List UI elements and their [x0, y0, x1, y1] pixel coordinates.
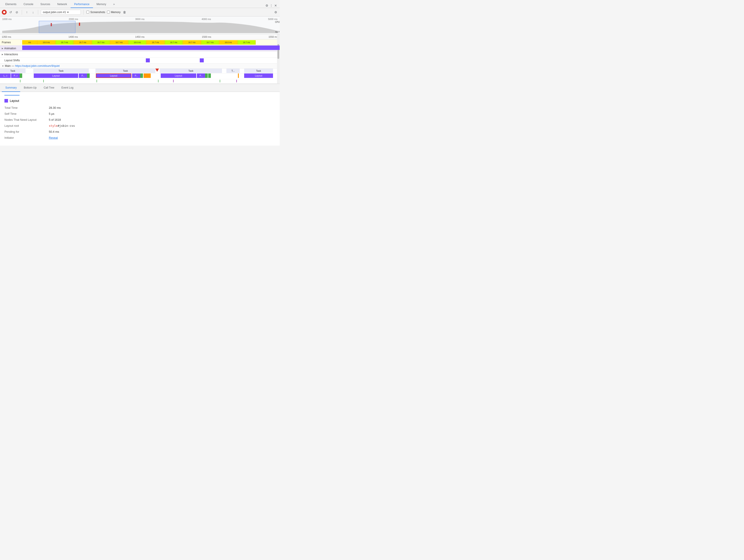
- reload-icon[interactable]: ↺: [8, 10, 13, 14]
- interactions-label[interactable]: Interactions: [0, 53, 22, 56]
- nodes-label: Nodes That Need Layout: [4, 118, 49, 121]
- time-ruler-marks: 1350 ms 1400 ms 1450 ms 1500 ms 1550 ms: [2, 36, 278, 38]
- pending-label: Pending for: [4, 130, 49, 134]
- layout-shifts-row: Layout Shifts: [0, 58, 280, 64]
- tab-summary[interactable]: Summary: [2, 84, 20, 92]
- frame-8[interactable]: 16.7 ms: [165, 40, 183, 45]
- time-label-4000: 4000 ms: [201, 18, 211, 21]
- time-label-5000: 5000 ms: [268, 18, 277, 21]
- layout-root-value: style#jsbin-css: [49, 124, 75, 127]
- layout-shift-2[interactable]: [200, 59, 204, 62]
- task-bar-5[interactable]: T...: [226, 69, 240, 73]
- upload-icon[interactable]: ↑: [25, 10, 29, 14]
- main-expand-icon[interactable]: ▼: [2, 65, 4, 67]
- subtask-p2[interactable]: P...: [132, 73, 141, 78]
- tab-more[interactable]: »: [110, 1, 118, 8]
- task-bar-3[interactable]: Task: [96, 69, 155, 73]
- tab-network[interactable]: Network: [54, 1, 71, 8]
- task-bar-4[interactable]: Task: [160, 69, 222, 73]
- layout-shift-1[interactable]: [146, 59, 150, 62]
- tab-console[interactable]: Console: [20, 1, 37, 8]
- frames-row: Frames ms 16.6 ms 16.7 ms 16.7 ms 16.7 m…: [0, 39, 280, 45]
- subtask-g4[interactable]: [205, 73, 208, 78]
- tab-sources[interactable]: Sources: [37, 1, 54, 8]
- frame-2[interactable]: 16.7 ms: [55, 40, 74, 45]
- detail-time-1450: 1450 ms: [135, 36, 145, 38]
- detail-time-1500: 1500 ms: [202, 36, 211, 38]
- summary-pending: Pending for 50.4 ms: [4, 130, 275, 134]
- initiator-reveal-link[interactable]: Reveal: [49, 136, 58, 139]
- record-icon: [3, 11, 5, 13]
- frame-6[interactable]: 16.6 ms: [128, 40, 147, 45]
- main-thread-header: ▼ Main — https://output.jsbin.com/elisum…: [0, 64, 280, 69]
- task-row-1: Task Task Task Task T... Task: [0, 69, 280, 73]
- layout-shifts-content: [22, 58, 280, 63]
- frame-7[interactable]: 16.7 ms: [147, 40, 165, 45]
- task-bar-6[interactable]: Task: [244, 69, 273, 73]
- clear-icon[interactable]: ⊘: [15, 10, 19, 14]
- nodes-value: 5 of 1618: [49, 118, 61, 121]
- screenshots-checkbox[interactable]: [86, 11, 89, 13]
- subtask-pt[interactable]: P...t: [11, 73, 20, 78]
- net-label: NET: [275, 31, 280, 33]
- tick-3: [97, 80, 97, 82]
- summary-panel: Layout Total Time 28.30 ms Self Time 5 μ…: [0, 92, 280, 146]
- subtask-p3[interactable]: P...: [197, 73, 205, 78]
- subtask-layout-selected[interactable]: Layout: [96, 73, 132, 78]
- memory-checkbox-label[interactable]: Memory: [107, 11, 120, 14]
- tick-2: [43, 80, 44, 82]
- tab-performance[interactable]: Performance: [71, 1, 93, 8]
- url-selector[interactable]: output.jsbin.com #1 ▾: [41, 10, 81, 15]
- close-icon[interactable]: ✕: [273, 3, 278, 8]
- summary-layout-root: Layout root style#jsbin-css: [4, 124, 275, 127]
- memory-checkbox[interactable]: [107, 11, 110, 13]
- trash-icon[interactable]: 🗑: [122, 10, 127, 14]
- subtask-g3[interactable]: [140, 73, 143, 78]
- animation-label[interactable]: Animation: [0, 47, 22, 50]
- subtask-orange[interactable]: [144, 73, 151, 78]
- record-button[interactable]: [2, 10, 7, 15]
- time-label-1000: 1000 ms: [2, 18, 11, 21]
- minor-subtask-row: [0, 79, 280, 84]
- frame-12[interactable]: 16.7 ms: [237, 40, 256, 45]
- frame-9[interactable]: 16.7 ms: [183, 40, 201, 45]
- frame-11[interactable]: 16.6 ms: [219, 40, 237, 45]
- animation-bar[interactable]: [22, 45, 280, 50]
- time-labels: 1000 ms 2000 ms 3000 ms 4000 ms 5000 ms: [2, 18, 277, 21]
- layout-root-selector: #jsbin-css: [58, 124, 75, 127]
- frame-4[interactable]: 16.7 ms: [92, 40, 110, 45]
- tab-memory[interactable]: Memory: [93, 1, 110, 8]
- total-time-value: 28.30 ms: [49, 106, 61, 109]
- frame-3[interactable]: 16.7 ms: [74, 40, 92, 45]
- pending-value: 50.4 ms: [49, 130, 59, 134]
- subtask-lt[interactable]: L...t: [0, 73, 11, 78]
- task-bar-2[interactable]: Task: [33, 69, 89, 73]
- screenshots-checkbox-label[interactable]: Screenshots: [86, 11, 105, 14]
- frame-10[interactable]: 16.7 ms: [201, 40, 219, 45]
- subtask-layout-2[interactable]: Layout: [161, 73, 196, 78]
- tab-bottom-up[interactable]: Bottom-Up: [20, 84, 40, 92]
- subtask-g2[interactable]: [87, 73, 90, 78]
- frame-0[interactable]: ms: [22, 40, 37, 45]
- subtask-p1[interactable]: P...: [79, 73, 87, 78]
- total-time-label: Total Time: [4, 106, 49, 109]
- subtask-g5[interactable]: [208, 73, 211, 78]
- summary-color-box: [4, 99, 8, 103]
- subtask-stripe[interactable]: [238, 73, 239, 78]
- subtask-g1[interactable]: [20, 73, 22, 78]
- task-bar-1[interactable]: Task: [0, 69, 26, 73]
- frame-1[interactable]: 16.6 ms: [37, 40, 55, 45]
- more-options-icon[interactable]: ⋮: [269, 3, 273, 8]
- tab-event-log[interactable]: Event Log: [58, 84, 77, 92]
- frames-label[interactable]: Frames: [0, 41, 22, 44]
- frame-5[interactable]: 16.7 ms: [110, 40, 128, 45]
- capture-settings-icon[interactable]: ⚙: [273, 10, 278, 14]
- tick-5: [173, 80, 174, 82]
- settings-icon[interactable]: ⚙: [265, 3, 269, 8]
- divider-3: [83, 10, 84, 15]
- subtask-layout-1[interactable]: Layout: [34, 73, 78, 78]
- tab-call-tree[interactable]: Call Tree: [40, 84, 58, 92]
- subtask-layout-3[interactable]: Layout: [244, 73, 273, 78]
- download-icon[interactable]: ↓: [31, 10, 35, 14]
- tab-elements[interactable]: Elements: [2, 1, 20, 8]
